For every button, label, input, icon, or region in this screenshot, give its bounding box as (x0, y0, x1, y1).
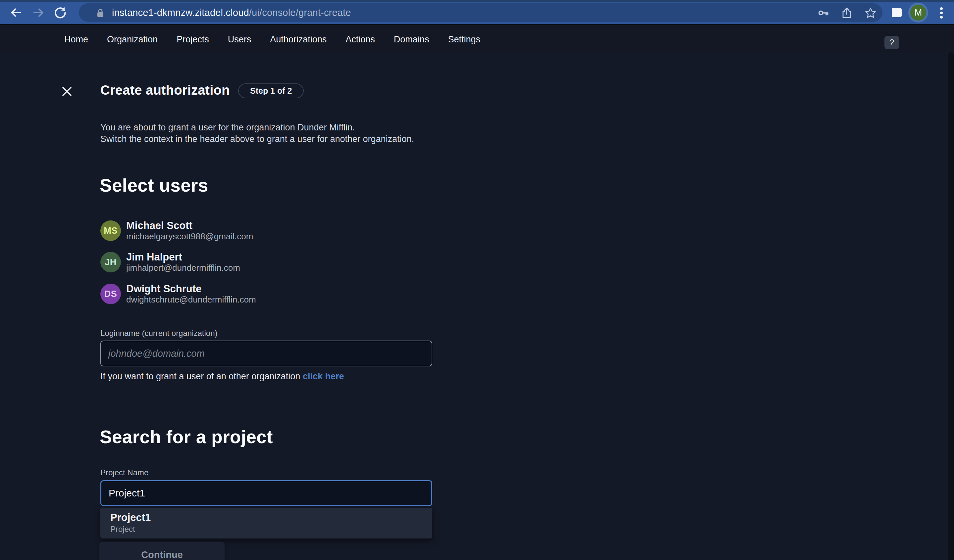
url-text: instance1-dkmnzw.zitadel.cloud/ui/consol… (112, 3, 351, 22)
help-button[interactable]: ? (884, 36, 899, 49)
nav-item-settings[interactable]: Settings (448, 34, 480, 45)
click-here-link[interactable]: click here (303, 371, 344, 381)
nav-item-users[interactable]: Users (228, 34, 251, 45)
reload-icon (54, 6, 67, 19)
browser-reload-button[interactable] (54, 6, 67, 19)
nav-item-authorizations[interactable]: Authorizations (270, 34, 327, 45)
project-option-title: Project1 (110, 511, 432, 524)
user-email: michaelgaryscott988@gmail.com (126, 231, 253, 241)
nav-item-home[interactable]: Home (64, 34, 88, 45)
url-host: instance1-dkmnzw.zitadel.cloud (112, 7, 249, 18)
select-users-heading: Select users (100, 175, 208, 196)
nav-item-projects[interactable]: Projects (176, 34, 209, 45)
user-row-jim-halpert[interactable]: JH Jim Halpert jimhalpert@dundermifflin.… (100, 252, 399, 273)
app-navbar: Home Organization Projects Users Authori… (0, 25, 954, 54)
password-key-icon[interactable] (818, 7, 829, 19)
page-scrollbar[interactable] (948, 52, 954, 560)
loginname-label: Loginname (current organization) (100, 329, 218, 338)
address-bar[interactable]: instance1-dkmnzw.zitadel.cloud/ui/consol… (79, 3, 882, 22)
intro-line-2: Switch the context in the header above t… (100, 134, 414, 144)
url-path: /ui/console/grant-create (249, 7, 351, 18)
loginname-input[interactable] (100, 341, 432, 366)
project-autocomplete-panel: Project1 Project (100, 508, 432, 538)
user-email: jimhalpert@dundermifflin.com (126, 263, 240, 273)
browser-forward-button[interactable] (32, 6, 45, 19)
user-avatar: DS (100, 284, 121, 304)
browser-back-button[interactable] (9, 6, 23, 19)
intro-line-1: You are about to grant a user for the or… (100, 123, 355, 132)
step-badge: Step 1 of 2 (238, 83, 304, 98)
user-name: Michael Scott (126, 220, 253, 231)
project-name-input[interactable] (100, 480, 432, 506)
continue-button[interactable]: Continue (99, 542, 224, 560)
browser-profile-avatar[interactable]: M (910, 5, 926, 20)
project-option-subtitle: Project (110, 524, 432, 534)
side-panel-icon[interactable] (892, 8, 902, 17)
back-arrow-icon (9, 6, 23, 19)
forward-arrow-icon (32, 6, 45, 19)
nav-item-organization[interactable]: Organization (107, 34, 157, 45)
nav-item-domains[interactable]: Domains (394, 34, 429, 45)
intro-text: You are about to grant a user for the or… (100, 122, 414, 145)
user-avatar: JH (100, 252, 121, 272)
user-name: Dwight Schrute (126, 283, 256, 294)
user-avatar: MS (100, 221, 121, 241)
project-name-label: Project Name (100, 468, 148, 477)
user-row-michael-scott[interactable]: MS Michael Scott michaelgaryscott988@gma… (100, 220, 399, 241)
other-org-note: If you want to grant a user of an other … (100, 371, 344, 382)
user-row-dwight-schrute[interactable]: DS Dwight Schrute dwightschrute@dundermi… (100, 283, 399, 305)
user-name: Jim Halpert (126, 252, 240, 263)
close-button[interactable] (60, 85, 73, 98)
browser-toolbar: instance1-dkmnzw.zitadel.cloud/ui/consol… (0, 0, 954, 25)
project-option-project1[interactable]: Project1 Project (100, 508, 432, 534)
browser-menu-icon[interactable] (940, 7, 943, 19)
lock-icon (95, 8, 105, 18)
nav-item-actions[interactable]: Actions (346, 34, 375, 45)
search-project-heading: Search for a project (100, 426, 273, 448)
bookmark-star-icon[interactable] (865, 7, 876, 19)
share-icon[interactable] (841, 7, 853, 19)
other-org-text: If you want to grant a user of an other … (100, 371, 303, 381)
page-title: Create authorization (100, 83, 230, 98)
user-email: dwightschrute@dundermifflin.com (126, 294, 256, 305)
